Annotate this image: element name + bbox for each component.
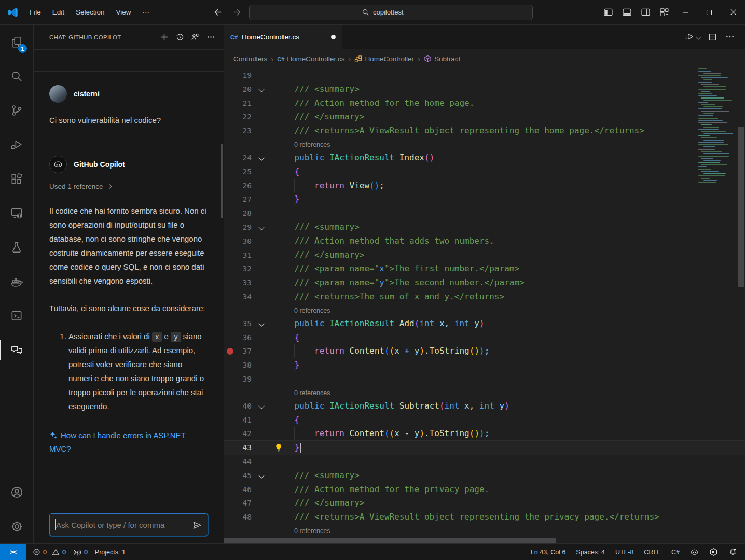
code-line[interactable]: 26 return View(); (224, 179, 745, 193)
line-number[interactable]: 37 (224, 344, 252, 358)
code-line[interactable]: 35 public IActionResult Add(int x, int y… (224, 317, 745, 331)
docker-icon[interactable] (0, 264, 33, 299)
code-line[interactable]: 43 } (224, 441, 745, 455)
line-number[interactable]: 32 (224, 262, 252, 276)
chat-view-icon[interactable] (0, 333, 33, 367)
line-number[interactable]: 20 (224, 82, 252, 96)
chat-scrollbar[interactable] (221, 144, 223, 218)
code-editor[interactable]: 1920 /// <summary>21 /// Action method f… (224, 68, 745, 543)
line-number[interactable]: 29 (224, 220, 252, 234)
source-control-icon[interactable] (0, 93, 33, 128)
code-line[interactable]: 42 return Content((x - y).ToString()); (224, 427, 745, 441)
chat-more-actions-button[interactable] (203, 30, 218, 45)
line-number[interactable]: 23 (224, 124, 252, 138)
code-line[interactable]: 41 { (224, 413, 745, 427)
code-line[interactable]: 48 /// <returns>A ViewResult object repr… (224, 510, 745, 524)
line-number[interactable]: 36 (224, 331, 252, 345)
code-line[interactable]: 31 /// </summary> (224, 248, 745, 262)
line-number[interactable]: 47 (224, 496, 252, 510)
line-number[interactable]: 19 (224, 68, 252, 82)
code-line[interactable]: 39 (224, 372, 745, 386)
eol-status[interactable]: CRLF (640, 549, 665, 556)
terminal-icon[interactable] (0, 299, 33, 333)
codelens-references[interactable]: 0 references (224, 138, 745, 151)
code-line[interactable]: 24 public IActionResult Index() (224, 151, 745, 165)
code-line[interactable]: 38 } (224, 358, 745, 372)
problems-status[interactable]: 0 0 (29, 548, 70, 556)
copilot-status[interactable] (686, 548, 702, 556)
code-line[interactable]: 32 /// <param name="x">The first number.… (224, 262, 745, 276)
editor-more-actions-button[interactable] (722, 29, 738, 45)
line-number[interactable]: 43 (224, 441, 252, 455)
horizontal-scrollbar[interactable] (224, 538, 745, 543)
cursor-position[interactable]: Ln 43, Col 6 (527, 549, 569, 556)
line-number[interactable]: 31 (224, 248, 252, 262)
codelens-references[interactable]: 0 references (224, 386, 745, 399)
send-button[interactable] (190, 519, 203, 531)
menu-file[interactable]: File (24, 6, 46, 19)
minimize-button[interactable] (673, 0, 697, 24)
extensions-icon[interactable] (0, 162, 33, 196)
tab-homecontroller[interactable]: C# HomeController.cs (224, 25, 342, 49)
menu-view[interactable]: View (111, 6, 136, 19)
explorer-icon[interactable]: 1 (0, 25, 33, 59)
codelens-references[interactable]: 0 references (224, 304, 745, 317)
line-number[interactable]: 33 (224, 276, 252, 290)
account-icon[interactable] (0, 475, 33, 509)
line-number[interactable]: 44 (224, 455, 252, 469)
settings-gear-icon[interactable] (0, 509, 33, 543)
code-line[interactable]: 21 /// Action method for the home page. (224, 96, 745, 110)
chat-feedback-button[interactable] (187, 30, 203, 45)
csharp-extension-status[interactable] (706, 548, 722, 556)
lightbulb-icon[interactable] (274, 443, 283, 452)
projects-status[interactable]: Projects: 1 (91, 549, 129, 556)
vertical-scrollbar-thumb[interactable] (738, 127, 744, 287)
modified-indicator-icon[interactable] (331, 35, 336, 39)
code-line[interactable]: 22 /// </summary> (224, 110, 745, 124)
line-number[interactable]: 46 (224, 483, 252, 497)
language-mode[interactable]: C# (668, 549, 683, 556)
menu-more[interactable]: ··· (137, 6, 155, 19)
line-number[interactable]: 45 (224, 469, 252, 483)
used-references-toggle[interactable]: Used 1 reference (49, 183, 208, 190)
back-button[interactable] (210, 5, 225, 20)
followup-suggestion-link[interactable]: How can I handle errors in ASP.NET MVC? (34, 429, 224, 456)
maximize-button[interactable] (697, 0, 721, 24)
chat-input[interactable] (49, 513, 208, 536)
code-line[interactable]: 45 /// <summary> (224, 469, 745, 483)
breadcrumb-file[interactable]: C# HomeController.cs (277, 55, 344, 63)
customize-layout-button[interactable] (655, 5, 673, 20)
code-line[interactable]: 27 } (224, 192, 745, 206)
minimap[interactable] (698, 68, 737, 224)
breadcrumb-class[interactable]: HomeController (354, 55, 414, 63)
line-number[interactable]: 40 (224, 399, 252, 413)
chat-history-button[interactable] (172, 30, 187, 45)
code-line[interactable]: 34 /// <returns>The sum of x and y.</ret… (224, 290, 745, 304)
toggle-primary-sidebar-button[interactable] (599, 5, 617, 20)
code-line[interactable]: 28 (224, 206, 745, 220)
search-input[interactable] (373, 8, 420, 16)
line-number[interactable]: 24 (224, 151, 252, 165)
breadcrumb-controllers[interactable]: Controllers (233, 55, 267, 63)
menu-edit[interactable]: Edit (47, 6, 70, 19)
code-lines[interactable]: 1920 /// <summary>21 /// Action method f… (224, 68, 745, 543)
code-line[interactable]: 40 public IActionResult Subtract(int x, … (224, 399, 745, 413)
code-line[interactable]: 33 /// <param name="y">The second number… (224, 276, 745, 290)
code-line[interactable]: 23 /// <returns>A ViewResult object repr… (224, 124, 745, 138)
remote-indicator[interactable]: >< (0, 544, 26, 560)
vertical-scrollbar[interactable] (738, 68, 745, 543)
line-number[interactable]: 22 (224, 110, 252, 124)
ports-status[interactable]: 0 (70, 548, 91, 556)
code-line[interactable]: 47 /// </summary> (224, 496, 745, 510)
split-editor-button[interactable] (705, 29, 720, 45)
line-number[interactable]: 21 (224, 96, 252, 110)
code-line[interactable]: 25 { (224, 165, 745, 179)
line-number[interactable]: 25 (224, 165, 252, 179)
code-line[interactable]: 30 /// Action method that adds two numbe… (224, 234, 745, 248)
codelens-references[interactable]: 0 references (224, 524, 745, 537)
run-debug-button[interactable] (683, 29, 702, 45)
line-number[interactable]: 27 (224, 192, 252, 206)
close-window-button[interactable] (721, 0, 745, 24)
line-number[interactable]: 39 (224, 372, 252, 386)
run-and-debug-icon[interactable] (0, 128, 33, 162)
